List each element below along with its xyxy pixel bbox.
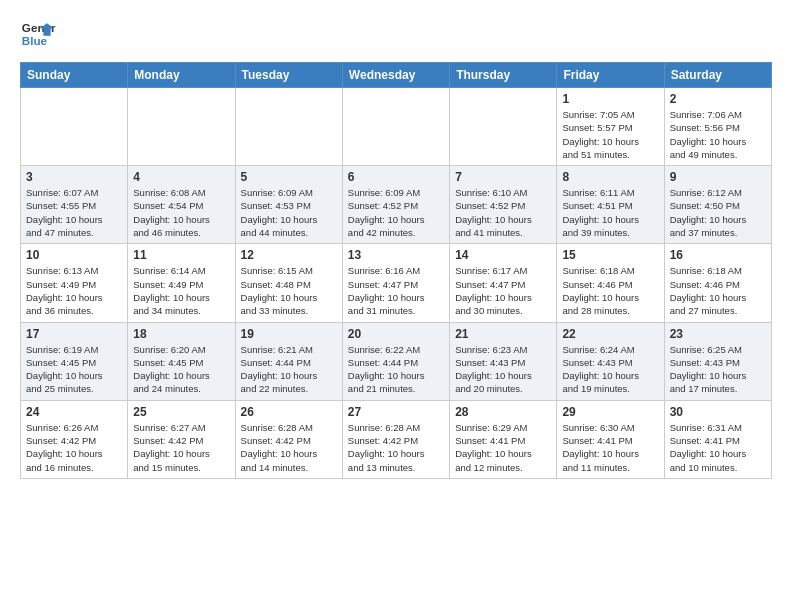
- day-number: 11: [133, 248, 229, 262]
- calendar-cell: 28Sunrise: 6:29 AM Sunset: 4:41 PM Dayli…: [450, 400, 557, 478]
- calendar-cell: 11Sunrise: 6:14 AM Sunset: 4:49 PM Dayli…: [128, 244, 235, 322]
- day-number: 27: [348, 405, 444, 419]
- day-number: 21: [455, 327, 551, 341]
- day-number: 4: [133, 170, 229, 184]
- day-info: Sunrise: 7:05 AM Sunset: 5:57 PM Dayligh…: [562, 108, 658, 161]
- day-number: 14: [455, 248, 551, 262]
- calendar-table: SundayMondayTuesdayWednesdayThursdayFrid…: [20, 62, 772, 479]
- calendar-cell: 14Sunrise: 6:17 AM Sunset: 4:47 PM Dayli…: [450, 244, 557, 322]
- weekday-header-saturday: Saturday: [664, 63, 771, 88]
- day-info: Sunrise: 6:15 AM Sunset: 4:48 PM Dayligh…: [241, 264, 337, 317]
- calendar-cell: 4Sunrise: 6:08 AM Sunset: 4:54 PM Daylig…: [128, 166, 235, 244]
- day-info: Sunrise: 6:23 AM Sunset: 4:43 PM Dayligh…: [455, 343, 551, 396]
- calendar-cell: 30Sunrise: 6:31 AM Sunset: 4:41 PM Dayli…: [664, 400, 771, 478]
- day-info: Sunrise: 7:06 AM Sunset: 5:56 PM Dayligh…: [670, 108, 766, 161]
- calendar-cell: 22Sunrise: 6:24 AM Sunset: 4:43 PM Dayli…: [557, 322, 664, 400]
- day-number: 8: [562, 170, 658, 184]
- day-number: 19: [241, 327, 337, 341]
- day-info: Sunrise: 6:17 AM Sunset: 4:47 PM Dayligh…: [455, 264, 551, 317]
- day-number: 18: [133, 327, 229, 341]
- calendar-cell: 1Sunrise: 7:05 AM Sunset: 5:57 PM Daylig…: [557, 88, 664, 166]
- day-number: 28: [455, 405, 551, 419]
- day-number: 25: [133, 405, 229, 419]
- calendar-cell: 15Sunrise: 6:18 AM Sunset: 4:46 PM Dayli…: [557, 244, 664, 322]
- day-number: 15: [562, 248, 658, 262]
- day-number: 17: [26, 327, 122, 341]
- weekday-header-wednesday: Wednesday: [342, 63, 449, 88]
- weekday-header-tuesday: Tuesday: [235, 63, 342, 88]
- calendar-week-row: 10Sunrise: 6:13 AM Sunset: 4:49 PM Dayli…: [21, 244, 772, 322]
- day-info: Sunrise: 6:30 AM Sunset: 4:41 PM Dayligh…: [562, 421, 658, 474]
- day-number: 26: [241, 405, 337, 419]
- day-info: Sunrise: 6:13 AM Sunset: 4:49 PM Dayligh…: [26, 264, 122, 317]
- weekday-header-sunday: Sunday: [21, 63, 128, 88]
- day-info: Sunrise: 6:28 AM Sunset: 4:42 PM Dayligh…: [241, 421, 337, 474]
- calendar-cell: [235, 88, 342, 166]
- day-number: 30: [670, 405, 766, 419]
- day-info: Sunrise: 6:08 AM Sunset: 4:54 PM Dayligh…: [133, 186, 229, 239]
- calendar-cell: [450, 88, 557, 166]
- day-info: Sunrise: 6:31 AM Sunset: 4:41 PM Dayligh…: [670, 421, 766, 474]
- calendar-cell: 6Sunrise: 6:09 AM Sunset: 4:52 PM Daylig…: [342, 166, 449, 244]
- day-info: Sunrise: 6:12 AM Sunset: 4:50 PM Dayligh…: [670, 186, 766, 239]
- calendar-cell: 27Sunrise: 6:28 AM Sunset: 4:42 PM Dayli…: [342, 400, 449, 478]
- day-info: Sunrise: 6:24 AM Sunset: 4:43 PM Dayligh…: [562, 343, 658, 396]
- calendar-cell: 8Sunrise: 6:11 AM Sunset: 4:51 PM Daylig…: [557, 166, 664, 244]
- calendar-cell: 3Sunrise: 6:07 AM Sunset: 4:55 PM Daylig…: [21, 166, 128, 244]
- weekday-header-monday: Monday: [128, 63, 235, 88]
- day-info: Sunrise: 6:26 AM Sunset: 4:42 PM Dayligh…: [26, 421, 122, 474]
- weekday-header-friday: Friday: [557, 63, 664, 88]
- day-info: Sunrise: 6:29 AM Sunset: 4:41 PM Dayligh…: [455, 421, 551, 474]
- calendar-cell: [21, 88, 128, 166]
- calendar-week-row: 1Sunrise: 7:05 AM Sunset: 5:57 PM Daylig…: [21, 88, 772, 166]
- day-info: Sunrise: 6:09 AM Sunset: 4:53 PM Dayligh…: [241, 186, 337, 239]
- calendar-cell: 5Sunrise: 6:09 AM Sunset: 4:53 PM Daylig…: [235, 166, 342, 244]
- calendar-cell: 20Sunrise: 6:22 AM Sunset: 4:44 PM Dayli…: [342, 322, 449, 400]
- page-header: General Blue: [20, 16, 772, 52]
- day-info: Sunrise: 6:21 AM Sunset: 4:44 PM Dayligh…: [241, 343, 337, 396]
- calendar-cell: [128, 88, 235, 166]
- logo-icon: General Blue: [20, 16, 56, 52]
- day-number: 20: [348, 327, 444, 341]
- weekday-header-row: SundayMondayTuesdayWednesdayThursdayFrid…: [21, 63, 772, 88]
- day-number: 24: [26, 405, 122, 419]
- day-number: 1: [562, 92, 658, 106]
- day-info: Sunrise: 6:18 AM Sunset: 4:46 PM Dayligh…: [670, 264, 766, 317]
- logo: General Blue: [20, 16, 56, 52]
- calendar-cell: 9Sunrise: 6:12 AM Sunset: 4:50 PM Daylig…: [664, 166, 771, 244]
- day-number: 7: [455, 170, 551, 184]
- calendar-cell: 7Sunrise: 6:10 AM Sunset: 4:52 PM Daylig…: [450, 166, 557, 244]
- calendar-week-row: 17Sunrise: 6:19 AM Sunset: 4:45 PM Dayli…: [21, 322, 772, 400]
- calendar-cell: 26Sunrise: 6:28 AM Sunset: 4:42 PM Dayli…: [235, 400, 342, 478]
- calendar-cell: 2Sunrise: 7:06 AM Sunset: 5:56 PM Daylig…: [664, 88, 771, 166]
- day-number: 23: [670, 327, 766, 341]
- day-number: 13: [348, 248, 444, 262]
- calendar-cell: 23Sunrise: 6:25 AM Sunset: 4:43 PM Dayli…: [664, 322, 771, 400]
- calendar-cell: 19Sunrise: 6:21 AM Sunset: 4:44 PM Dayli…: [235, 322, 342, 400]
- calendar-cell: 12Sunrise: 6:15 AM Sunset: 4:48 PM Dayli…: [235, 244, 342, 322]
- calendar-cell: 29Sunrise: 6:30 AM Sunset: 4:41 PM Dayli…: [557, 400, 664, 478]
- calendar-cell: 17Sunrise: 6:19 AM Sunset: 4:45 PM Dayli…: [21, 322, 128, 400]
- day-info: Sunrise: 6:14 AM Sunset: 4:49 PM Dayligh…: [133, 264, 229, 317]
- calendar-cell: 18Sunrise: 6:20 AM Sunset: 4:45 PM Dayli…: [128, 322, 235, 400]
- weekday-header-thursday: Thursday: [450, 63, 557, 88]
- day-number: 3: [26, 170, 122, 184]
- day-number: 5: [241, 170, 337, 184]
- day-info: Sunrise: 6:20 AM Sunset: 4:45 PM Dayligh…: [133, 343, 229, 396]
- calendar-cell: 25Sunrise: 6:27 AM Sunset: 4:42 PM Dayli…: [128, 400, 235, 478]
- day-info: Sunrise: 6:07 AM Sunset: 4:55 PM Dayligh…: [26, 186, 122, 239]
- day-info: Sunrise: 6:22 AM Sunset: 4:44 PM Dayligh…: [348, 343, 444, 396]
- day-number: 2: [670, 92, 766, 106]
- day-info: Sunrise: 6:25 AM Sunset: 4:43 PM Dayligh…: [670, 343, 766, 396]
- calendar-cell: [342, 88, 449, 166]
- day-info: Sunrise: 6:28 AM Sunset: 4:42 PM Dayligh…: [348, 421, 444, 474]
- calendar-cell: 10Sunrise: 6:13 AM Sunset: 4:49 PM Dayli…: [21, 244, 128, 322]
- day-number: 10: [26, 248, 122, 262]
- day-info: Sunrise: 6:10 AM Sunset: 4:52 PM Dayligh…: [455, 186, 551, 239]
- calendar-cell: 24Sunrise: 6:26 AM Sunset: 4:42 PM Dayli…: [21, 400, 128, 478]
- calendar-week-row: 24Sunrise: 6:26 AM Sunset: 4:42 PM Dayli…: [21, 400, 772, 478]
- calendar-cell: 13Sunrise: 6:16 AM Sunset: 4:47 PM Dayli…: [342, 244, 449, 322]
- calendar-week-row: 3Sunrise: 6:07 AM Sunset: 4:55 PM Daylig…: [21, 166, 772, 244]
- day-info: Sunrise: 6:19 AM Sunset: 4:45 PM Dayligh…: [26, 343, 122, 396]
- day-number: 16: [670, 248, 766, 262]
